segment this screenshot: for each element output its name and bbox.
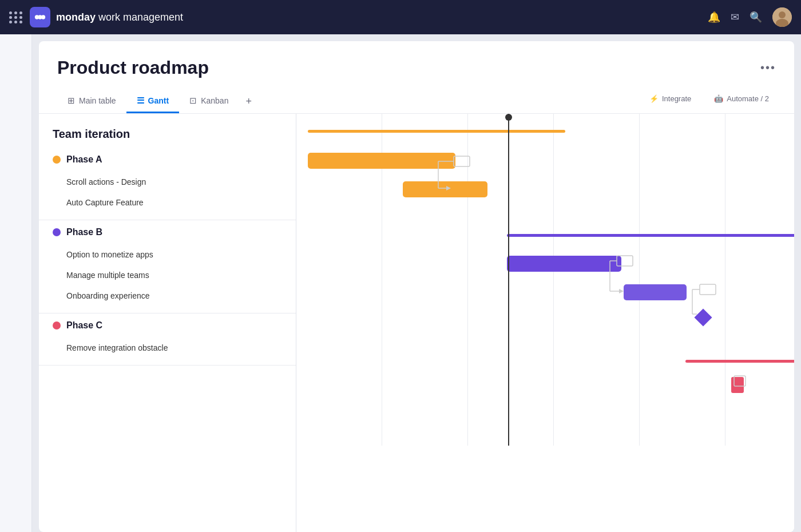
grid-col-5: [640, 114, 725, 446]
grid-col-6: [725, 114, 794, 446]
tab-gantt[interactable]: ☰ Gantt: [126, 90, 180, 113]
top-nav: monday work management 🔔 ✉ 🔍: [0, 0, 801, 34]
phase-a-row: Phase A: [39, 148, 296, 172]
app-logo[interactable]: monday work management: [30, 7, 183, 27]
integrate-icon: ⚡: [649, 94, 659, 103]
search-icon[interactable]: 🔍: [750, 11, 762, 23]
gantt-right-panel[interactable]: [296, 114, 794, 532]
sidebar: [0, 34, 32, 532]
task-auto-capture: Auto Capture Feature: [39, 192, 296, 213]
gantt-bars: [296, 114, 794, 446]
bell-icon[interactable]: 🔔: [708, 11, 720, 23]
tab-kanban[interactable]: ⊡ Kanban: [179, 90, 239, 113]
content-panel: Product roadmap ••• ⊞ Main table ☰ Gantt…: [39, 41, 794, 532]
phase-group-a: Phase A Scroll actions - Design Auto Cap…: [39, 148, 296, 220]
gantt-left-panel: Team iteration Phase A Scroll actions - …: [39, 114, 296, 532]
board-header: Product roadmap ••• ⊞ Main table ☰ Gantt…: [39, 41, 794, 114]
gantt-icon: ☰: [137, 96, 144, 106]
bar-remove-integration: [731, 377, 744, 393]
task-teams: Manage multiple teams: [39, 265, 296, 285]
automate-button[interactable]: 🤖 Automate / 2: [707, 91, 776, 106]
phase-group-c: Phase C Remove integration obstacle: [39, 313, 296, 366]
logo-icon: [30, 7, 50, 27]
header-actions: ⚡ Integrate 🤖 Automate / 2: [643, 91, 776, 112]
phase-a-dot: [53, 156, 61, 164]
task-remove-integration: Remove integration obstacle: [39, 338, 296, 358]
phase-group-b: Phase B Option to monetize apps Manage m…: [39, 220, 296, 313]
board-more-button[interactable]: •••: [760, 61, 776, 74]
phase-c-dot: [53, 321, 61, 329]
task-scroll-actions: Scroll actions - Design: [39, 172, 296, 192]
phase-b-dot: [53, 228, 61, 236]
task-onboarding: Onboarding experience: [39, 285, 296, 306]
avatar[interactable]: [772, 7, 792, 27]
grid-col-4: [554, 114, 640, 446]
today-line: [508, 114, 509, 446]
nav-icons: 🔔 ✉ 🔍: [708, 7, 792, 27]
section-title: Team iteration: [39, 114, 296, 148]
automate-icon: 🤖: [714, 94, 723, 103]
main-layout: Product roadmap ••• ⊞ Main table ☰ Gantt…: [0, 34, 801, 532]
app-name: monday work management: [56, 11, 183, 23]
phase-c-row: Phase C: [39, 313, 296, 338]
board-title-row: Product roadmap •••: [57, 57, 776, 78]
gantt-body: Team iteration Phase A Scroll actions - …: [39, 114, 794, 532]
board-title: Product roadmap: [57, 57, 209, 78]
integrate-button[interactable]: ⚡ Integrate: [643, 91, 698, 106]
add-tab-button[interactable]: +: [239, 90, 259, 113]
apps-grid-icon[interactable]: [9, 11, 23, 23]
task-monetize: Option to monetize apps: [39, 244, 296, 265]
table-icon: ⊞: [68, 96, 75, 106]
bar-monetize: [507, 256, 621, 272]
bar-teams: [624, 284, 687, 300]
phase-b-row: Phase B: [39, 220, 296, 244]
kanban-icon: ⊡: [189, 96, 197, 106]
inbox-icon[interactable]: ✉: [731, 11, 739, 23]
avatar-image: [772, 7, 792, 27]
svg-point-4: [779, 11, 786, 18]
bar-scroll-actions: [308, 153, 455, 169]
svg-point-2: [41, 15, 45, 19]
bar-phase-b-main: [507, 234, 794, 237]
bar-auto-capture: [403, 181, 487, 197]
bar-phase-a-main: [308, 130, 565, 133]
tab-main-table[interactable]: ⊞ Main table: [57, 90, 126, 113]
today-dot: [505, 114, 512, 121]
bar-phase-c-main: [685, 360, 794, 363]
tabs-row: ⊞ Main table ☰ Gantt ⊡ Kanban + ⚡: [57, 90, 776, 113]
grid-col-3: [468, 114, 554, 446]
logo-svg: [34, 11, 46, 23]
